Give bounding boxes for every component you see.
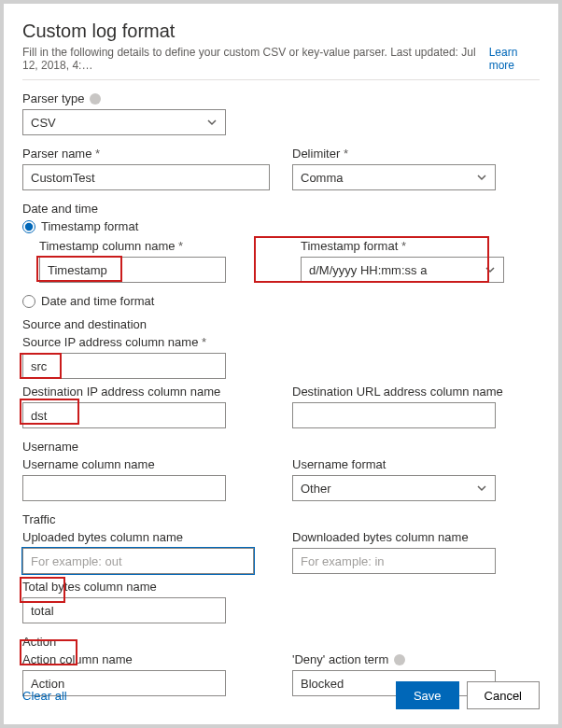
divider [22,79,540,80]
downloaded-label: Downloaded bytes column name [292,530,469,544]
total-bytes-input[interactable] [22,597,226,623]
cancel-button[interactable]: Cancel [467,681,540,709]
total-bytes-label: Total bytes column name [22,580,157,594]
timestamp-fmt-select[interactable]: d/M/yyyy HH:mm:ss a [301,257,504,283]
delimiter-label: Delimiter [292,147,348,161]
info-icon [394,654,405,665]
timestamp-col-label: Timestamp column name [39,239,183,253]
delimiter-select[interactable]: Comma [292,164,496,190]
datetime-section-title: Date and time [22,202,540,216]
username-fmt-label: Username format [292,457,386,471]
page-subtitle: Fill in the following details to define … [22,46,489,72]
dst-ip-label: Destination IP address column name [22,385,220,399]
save-button[interactable]: Save [396,681,459,709]
uploaded-input[interactable] [22,548,254,574]
timestamp-format-radio-label: Timestamp format [41,219,138,233]
dst-url-input[interactable] [292,402,496,428]
timestamp-fmt-label: Timestamp format [301,239,406,253]
dateandtime-format-radio-label: Date and time format [41,294,154,308]
learn-more-link[interactable]: Learn more [489,46,540,72]
info-icon [90,93,101,105]
username-col-label: Username column name [22,457,155,471]
custom-log-format-panel: Custom log format Fill in the following … [4,4,558,724]
timestamp-col-input[interactable] [39,257,226,283]
username-col-input[interactable] [22,475,226,501]
parser-name-label: Parser name [22,147,100,161]
src-ip-input[interactable] [22,353,226,379]
username-fmt-select[interactable]: Other [292,475,496,501]
dst-url-label: Destination URL address column name [292,385,503,399]
username-section-title: Username [22,440,540,454]
clear-all-link[interactable]: Clear all [22,689,67,703]
page-title: Custom log format [22,21,540,42]
action-section-title: Action [22,635,540,649]
dateandtime-format-radio[interactable] [22,295,35,308]
timestamp-format-radio[interactable] [22,220,35,233]
srcdst-section-title: Source and destination [22,317,540,331]
dst-ip-input[interactable] [22,402,226,428]
parser-name-input[interactable] [22,164,270,190]
downloaded-input[interactable] [292,548,496,574]
src-ip-label: Source IP address column name [22,335,206,349]
action-col-label: Action column name [22,652,133,666]
traffic-section-title: Traffic [22,512,540,526]
deny-term-label: 'Deny' action term [292,652,388,666]
parser-type-select[interactable]: CSV [22,109,226,135]
uploaded-label: Uploaded bytes column name [22,530,183,544]
parser-type-label: Parser type [22,91,84,105]
